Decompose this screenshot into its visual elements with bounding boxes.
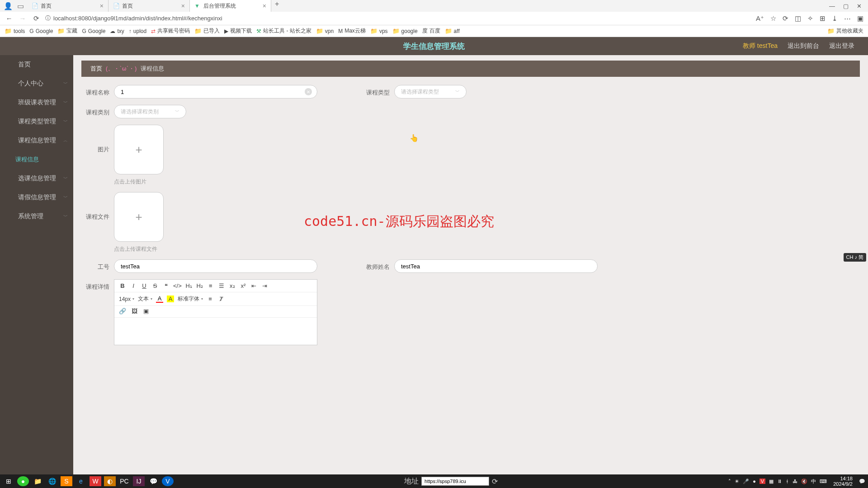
sidebar-item-system[interactable]: 系统管理﹀ (0, 207, 73, 226)
sidebar-toggle-icon[interactable]: ▣ (857, 14, 863, 23)
tray-weather-icon[interactable]: ☀ (735, 479, 739, 484)
outdent-button[interactable]: ⇥ (261, 282, 269, 289)
taskbar-edge[interactable]: e (75, 476, 87, 486)
tray-app-icon[interactable]: ● (753, 479, 756, 484)
indent-button[interactable]: ⇤ (250, 282, 258, 289)
back-button[interactable]: ← (5, 14, 14, 22)
h2-button[interactable]: H₂ (196, 282, 203, 289)
read-aloud-icon[interactable]: A⁺ (756, 14, 764, 23)
sidebar-item-leave[interactable]: 请假信息管理﹀ (0, 188, 73, 207)
reload-button[interactable]: ⟳ (32, 14, 41, 23)
italic-button[interactable]: I (130, 282, 137, 289)
bookmark-imported[interactable]: 📁已导入 (194, 27, 220, 35)
start-button[interactable]: ⊞ (3, 476, 14, 486)
maximize-icon[interactable]: ▢ (843, 3, 849, 9)
unordered-list-button[interactable]: ☰ (218, 282, 225, 289)
collections-icon[interactable]: ✧ (807, 14, 813, 23)
browser-tab-3[interactable]: ▼ 后台管理系统 × (190, 0, 271, 12)
bold-button[interactable]: B (119, 282, 126, 289)
tray-shield-icon[interactable]: V (760, 479, 765, 484)
taskbar-go-icon[interactable]: ⟳ (492, 477, 498, 486)
ime-indicator[interactable]: CH ♪ 简 (844, 253, 867, 262)
image-button[interactable]: 🖼 (131, 308, 138, 314)
favorite-icon[interactable]: ☆ (770, 14, 776, 23)
sidebar-item-course-type[interactable]: 课程类型管理﹀ (0, 112, 73, 131)
clear-format-button[interactable]: T̷ (217, 296, 225, 302)
taskbar-app-7[interactable]: ◐ (104, 476, 116, 486)
sidebar-item-class-schedule[interactable]: 班级课表管理﹀ (0, 93, 73, 112)
tray-bt-icon[interactable]: ᚼ (786, 479, 789, 484)
bookmark-baozang[interactable]: 📁宝藏 (57, 27, 77, 35)
taskbar-explorer[interactable]: 📁 (32, 476, 43, 486)
highlight-button[interactable]: A (167, 296, 174, 302)
logout-link[interactable]: 退出登录 (829, 42, 854, 50)
bookmark-vpn[interactable]: 📁vpn (316, 28, 334, 34)
sidebar-item-profile[interactable]: 个人中心﹀ (0, 74, 73, 93)
taskbar-wechat[interactable]: 💬 (147, 476, 159, 486)
taskbar-idea[interactable]: IJ (133, 476, 145, 486)
strike-button[interactable]: S (151, 282, 159, 289)
bookmark-baidu[interactable]: 度百度 (422, 27, 440, 35)
subscript-button[interactable]: x₂ (229, 282, 236, 289)
tray-notification-icon[interactable]: 💬 (859, 479, 865, 484)
close-icon[interactable]: × (100, 2, 104, 9)
tray-up-icon[interactable]: ˄ (728, 479, 731, 484)
tray-pause-icon[interactable]: ⏸ (777, 479, 782, 484)
url-field[interactable]: ⓘ localhost:8080/django9l1md/admin/dist/… (45, 14, 751, 22)
video-button[interactable]: ▣ (142, 308, 150, 314)
teacher-name-input[interactable] (394, 259, 598, 273)
taskbar-wps[interactable]: W (90, 476, 101, 486)
tray-mic-icon[interactable]: 🎤 (743, 479, 749, 484)
text-color-button[interactable]: A (156, 295, 163, 303)
bookmark-webmaster[interactable]: ⚒站长工具 - 站长之家 (256, 27, 311, 35)
tray-keyboard-icon[interactable]: ⌨ (820, 479, 827, 484)
course-type-select[interactable]: 请选择课程类型 ﹀ (394, 85, 467, 99)
course-category-select[interactable]: 请选择课程类别 ﹀ (114, 105, 186, 118)
bookmark-google[interactable]: GGoogle (29, 28, 53, 34)
bookmark-google2[interactable]: GGoogle (82, 28, 105, 34)
tray-ime-icon[interactable]: 中 (811, 478, 816, 485)
bookmark-other[interactable]: 📁其他收藏夹 (827, 27, 863, 35)
superscript-button[interactable]: x² (240, 282, 247, 289)
align-button[interactable]: ≡ (207, 296, 214, 302)
close-icon[interactable]: × (263, 2, 266, 9)
bookmark-video[interactable]: ▶视频下载 (224, 27, 252, 35)
tray-vol-icon[interactable]: 🔇 (801, 479, 807, 484)
bookmark-uplod[interactable]: ↑uplod (129, 28, 146, 34)
profile-icon[interactable]: 👤 (4, 2, 13, 10)
font-family-select[interactable]: 标准字体▾ (178, 295, 203, 303)
h1-button[interactable]: H₁ (185, 282, 193, 289)
taskbar-app-11[interactable]: V (162, 476, 174, 486)
bookmark-share[interactable]: ⇄共享账号密码 (151, 27, 190, 35)
split-icon[interactable]: ◫ (795, 14, 801, 23)
bookmark-google-folder[interactable]: 📁google (392, 28, 418, 34)
exit-to-front-link[interactable]: 退出到前台 (788, 42, 819, 50)
bookmark-txy[interactable]: ☁txy (110, 28, 124, 34)
taskbar-clock[interactable]: 14:18 2024/9/2 (830, 476, 855, 487)
forward-button[interactable]: → (18, 14, 27, 22)
taskbar-chrome[interactable]: 🌐 (46, 476, 58, 486)
tab-overview-icon[interactable]: ▭ (17, 2, 24, 10)
tray-calendar-icon[interactable]: ▦ (769, 479, 774, 484)
bookmark-max[interactable]: MMax云梯 (338, 27, 366, 35)
extensions-icon[interactable]: ⊞ (820, 14, 826, 23)
menu-icon[interactable]: ⋯ (844, 14, 851, 23)
sidebar-item-course-info-mgmt[interactable]: 课程信息管理︿ (0, 131, 73, 150)
font-size-select[interactable]: 14px▾ (119, 296, 134, 302)
minimize-icon[interactable]: — (829, 3, 835, 9)
bookmark-vps[interactable]: 📁vps (370, 28, 388, 34)
breadcrumb-home[interactable]: 首页 (90, 65, 102, 73)
bookmark-aff[interactable]: 📁aff (445, 28, 460, 34)
downloads-icon[interactable]: ⤓ (832, 14, 838, 23)
bookmark-tools[interactable]: 📁tools (5, 28, 25, 34)
underline-button[interactable]: U (141, 282, 148, 289)
taskbar-sublime[interactable]: S (61, 476, 72, 486)
browser-tab-1[interactable]: 📄 首页 × (27, 0, 108, 12)
browser-tab-2[interactable]: 📄 首页 × (108, 0, 190, 12)
file-upload[interactable]: + (114, 192, 164, 242)
taskbar-pycharm[interactable]: PC (118, 476, 130, 486)
text-type-select[interactable]: 文本▾ (138, 295, 152, 303)
link-button[interactable]: 🔗 (119, 308, 126, 314)
job-no-input[interactable] (114, 259, 317, 273)
taskbar-address-input[interactable] (421, 477, 489, 486)
